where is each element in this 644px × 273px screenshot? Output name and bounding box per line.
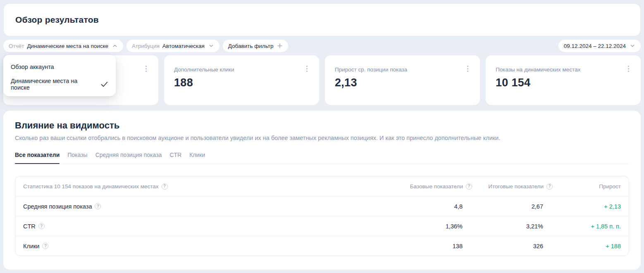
report-filter-label: Отчёт <box>9 43 24 49</box>
table-row-avg-position: Средняя позиция показа ? 4,8 2,67 + 2,13 <box>15 196 629 216</box>
check-icon <box>100 81 108 88</box>
cell-growth: + 2,13 <box>553 203 621 210</box>
cell-growth: + 188 <box>553 243 621 249</box>
cell-growth: + 1,85 п. п. <box>553 223 621 230</box>
card-menu-button[interactable] <box>623 64 633 74</box>
table-row-clicks: Клики ? 138 326 + 188 <box>15 236 629 256</box>
cell-base: 4,8 <box>389 203 472 210</box>
card-value: 10 154 <box>496 76 631 89</box>
add-filter-button[interactable]: Добавить фильтр <box>223 40 289 52</box>
section-title: Влияние на видимость <box>15 120 629 131</box>
chevron-down-icon <box>208 43 214 49</box>
chevron-up-icon <box>112 43 118 49</box>
card-value: 2,13 <box>335 76 470 89</box>
cell-final: 3,21% <box>472 223 553 230</box>
dropdown-item-account-overview[interactable]: Обзор аккаунта <box>3 58 116 76</box>
add-filter-label: Добавить фильтр <box>228 43 274 49</box>
help-icon[interactable]: ? <box>466 183 472 190</box>
row-label: Средняя позиция показа <box>23 203 92 210</box>
row-label: CTR <box>23 223 36 230</box>
card-label: Дополнительные клики <box>174 66 309 73</box>
filter-bar: Отчёт Динамические места на поиске Атриб… <box>3 40 641 52</box>
column-header-final: Итоговые показатели ? <box>472 183 553 190</box>
section-description: Сколько раз ваши ссылки отобрались в пои… <box>15 135 629 141</box>
tab-clicks[interactable]: Клики <box>189 152 205 164</box>
card-menu-button[interactable] <box>141 64 151 74</box>
page-title: Обзор результатов <box>15 15 99 25</box>
cell-base: 1,36% <box>389 223 472 230</box>
tab-ctr[interactable]: CTR <box>169 152 181 164</box>
chevron-down-icon <box>630 43 635 49</box>
cell-final: 326 <box>472 243 553 249</box>
page-header: Обзор результатов <box>3 3 641 36</box>
table-header-row: Статистика 10 154 показов на динамически… <box>15 176 629 196</box>
dropdown-item-label: Динамические места на поиске <box>11 78 97 91</box>
column-header-growth: Прирост <box>553 183 621 190</box>
tab-avg-position[interactable]: Средняя позиция показа <box>95 152 162 164</box>
card-menu-button[interactable] <box>463 64 472 74</box>
kebab-icon <box>467 66 468 67</box>
report-filter-value: Динамические места на поиске <box>27 43 108 49</box>
help-icon[interactable]: ? <box>38 223 45 229</box>
cell-base: 138 <box>389 243 472 249</box>
summary-card-avg-position-growth: Прирост ср. позиции показа 2,13 <box>325 55 480 105</box>
help-icon[interactable]: ? <box>546 183 553 190</box>
report-dropdown: Обзор аккаунта Динамические места на пои… <box>3 55 116 96</box>
metrics-tabs: Все показатели Показы Средняя позиция по… <box>15 152 629 164</box>
date-range-value: 09.12.2024 – 22.12.2024 <box>564 43 626 49</box>
summary-card-dynamic-impressions: Показы на динамических местах 10 154 <box>486 55 641 105</box>
help-icon[interactable]: ? <box>95 203 101 209</box>
summary-card-extra-clicks: Дополнительные клики 188 <box>164 55 319 105</box>
help-icon[interactable]: ? <box>42 243 48 249</box>
kebab-icon <box>628 66 629 67</box>
attribution-filter-value: Автоматическая <box>162 43 205 49</box>
date-range-picker[interactable]: 09.12.2024 – 22.12.2024 <box>558 40 641 52</box>
tab-all-metrics[interactable]: Все показатели <box>15 152 60 164</box>
cell-final: 2,67 <box>472 203 553 210</box>
table-row-ctr: CTR ? 1,36% 3,21% + 1,85 п. п. <box>15 216 629 236</box>
stats-table: Статистика 10 154 показов на динамически… <box>15 176 629 256</box>
card-label: Прирост ср. позиции показа <box>335 66 470 73</box>
dropdown-item-dynamic-places[interactable]: Динамические места на поиске <box>3 76 116 93</box>
card-label: Показы на динамических местах <box>496 66 631 73</box>
card-value: 188 <box>174 76 309 89</box>
dropdown-item-label: Обзор аккаунта <box>11 64 54 70</box>
results-overview-page: Обзор результатов Отчёт Динамические мес… <box>0 0 644 273</box>
column-header-base: Базовые показатели ? <box>389 183 472 190</box>
card-menu-button[interactable] <box>302 64 312 74</box>
help-icon[interactable]: ? <box>162 183 168 190</box>
row-label: Клики <box>23 243 39 249</box>
kebab-icon <box>145 66 147 67</box>
table-title: Статистика 10 154 показов на динамически… <box>23 183 159 190</box>
visibility-section: Влияние на видимость Сколько раз ваши сс… <box>3 111 641 270</box>
attribution-filter-label: Атрибуция <box>132 43 160 49</box>
attribution-filter-pill[interactable]: Атрибуция Автоматическая <box>126 40 219 52</box>
report-filter-pill[interactable]: Отчёт Динамические места на поиске <box>3 40 123 52</box>
kebab-icon <box>306 66 308 67</box>
tab-impressions[interactable]: Показы <box>67 152 87 164</box>
plus-icon <box>277 43 283 49</box>
